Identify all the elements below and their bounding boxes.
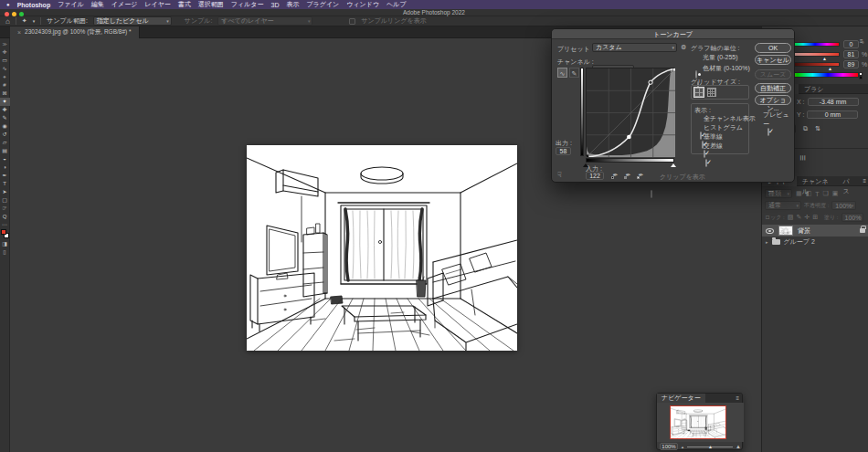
color-swatches[interactable] <box>0 229 10 240</box>
layer-lock-icon[interactable] <box>860 228 865 233</box>
white-point-eyedropper-icon[interactable]: ✒ <box>636 171 646 180</box>
menu-select[interactable]: 選択範囲 <box>198 0 224 9</box>
pen-tool[interactable]: ✒ <box>0 172 10 180</box>
object-selection-tool[interactable]: ⌖ <box>0 73 10 81</box>
screen-mode-icon[interactable]: ▯ <box>0 248 10 257</box>
eyedropper-tool[interactable]: ✦ <box>0 98 10 106</box>
menu-edit[interactable]: 編集 <box>91 0 104 9</box>
align-right-icon[interactable]: ☰ <box>799 155 806 161</box>
document-image[interactable] <box>247 145 517 351</box>
show-baseline-label[interactable]: 基準線 <box>704 132 723 142</box>
navigator-tab[interactable]: ナビゲーター <box>657 394 705 403</box>
frame-tool[interactable]: ⊠ <box>0 89 10 98</box>
curve-grid[interactable] <box>586 68 674 156</box>
layers-panel-menu-icon[interactable]: ≡ <box>860 176 868 185</box>
curve-pencil-tool-icon[interactable]: ✎ <box>569 68 579 78</box>
preview-label[interactable]: プレビュー <box>763 110 794 129</box>
auto-button[interactable]: 自動補正 <box>755 83 791 93</box>
gradient-tool[interactable]: ▤ <box>0 147 10 155</box>
options-button[interactable]: オプション... <box>755 95 791 105</box>
history-brush-tool[interactable]: ↺ <box>0 131 10 139</box>
layer-thumbnail[interactable] <box>778 226 793 236</box>
clone-stamp-tool[interactable]: ◉ <box>0 122 10 131</box>
layer-name[interactable]: 背景 <box>798 226 810 236</box>
navigator-zoom-thumb[interactable]: ▲ <box>708 444 713 449</box>
menu-image[interactable]: イメージ <box>111 0 138 9</box>
menu-3d[interactable]: 3D <box>271 2 280 8</box>
tab-brushes[interactable]: ブラシ <box>799 84 830 94</box>
preview-checkbox[interactable] <box>767 128 769 136</box>
pigment-radio-label[interactable]: 色材量 (0-100%) <box>703 64 750 73</box>
light-radio-label[interactable]: 光量 (0-255) <box>703 53 738 62</box>
edit-toolbar-icon[interactable]: ⋯ <box>0 221 10 229</box>
document-tab[interactable]: × 23024309.jpg @ 100% (背景, RGB/8#) * <box>10 26 140 38</box>
tool-preset-caret-icon[interactable]: ▾ <box>33 18 36 24</box>
curve-point-tool-icon[interactable]: ∿ <box>557 68 567 78</box>
saturation-value-field[interactable]: 81 <box>843 50 859 58</box>
navigator-zoom-field[interactable]: 100% <box>660 443 678 450</box>
brightness-slider-handle[interactable]: ▲ <box>828 66 832 71</box>
preset-options-gear-icon[interactable]: ⚙ <box>681 44 686 51</box>
show-all-channels-checkbox[interactable] <box>700 131 702 140</box>
gray-point-eyedropper-icon[interactable]: ✒ <box>623 171 633 180</box>
home-icon[interactable]: ⌂ <box>5 17 10 26</box>
grid-fine-icon[interactable] <box>707 88 716 97</box>
constrain-link-icon[interactable]: ⧉ <box>803 125 808 132</box>
show-intersection-checkbox[interactable] <box>705 159 707 167</box>
show-baseline-checkbox[interactable] <box>704 150 705 158</box>
menu-file[interactable]: ファイル <box>58 0 84 9</box>
cancel-button[interactable]: キャンセル <box>755 55 791 65</box>
y-field[interactable]: 0 mm <box>807 110 858 119</box>
tab-paths[interactable]: パス <box>837 176 860 186</box>
sample-size-dropdown[interactable]: 指定したピクセル <box>93 16 172 26</box>
menu-layer[interactable]: レイヤー <box>144 0 171 9</box>
ok-button[interactable]: OK <box>755 43 791 53</box>
path-selection-tool[interactable]: ➤ <box>0 188 10 196</box>
lasso-tool[interactable]: ∿ <box>0 65 10 73</box>
navigator-zoom-slider[interactable]: ▲ <box>687 447 733 447</box>
preset-dropdown[interactable]: カスタム <box>592 43 677 52</box>
swap-dimensions-icon[interactable]: ⇅ <box>815 125 820 132</box>
navigator-view-box[interactable] <box>670 405 726 439</box>
brightness-value-field[interactable]: 89 <box>843 60 859 68</box>
menu-photoshop[interactable]: Photoshop <box>17 2 51 8</box>
group-disclosure-icon[interactable]: ▸ <box>766 239 768 245</box>
foreground-color-swatch[interactable] <box>1 229 6 235</box>
tab-close-icon[interactable]: × <box>17 29 21 36</box>
black-point-eyedropper-icon[interactable]: ✒ <box>610 171 620 180</box>
ramp-black-swatch[interactable] <box>859 76 863 79</box>
layer-row-group[interactable]: ▸ グループ 2 <box>762 237 868 247</box>
shape-tool[interactable]: ▢ <box>0 196 10 205</box>
navigator-menu-icon[interactable]: ≡ <box>733 395 742 401</box>
show-intersection-label[interactable]: 交差線 <box>704 142 723 151</box>
menu-plugins[interactable]: プラグイン <box>306 0 339 9</box>
apple-menu[interactable]: ● <box>6 2 10 7</box>
hand-tool[interactable]: ☞ <box>0 205 10 213</box>
menu-filter[interactable]: フィルター <box>231 0 264 9</box>
grid-quarter-icon[interactable] <box>694 88 704 97</box>
tab-channels[interactable]: チャンネル <box>797 176 838 186</box>
menu-window[interactable]: ウィンドウ <box>346 0 379 9</box>
menu-type[interactable]: 書式 <box>178 0 191 9</box>
show-all-channels-label[interactable]: 全チャンネル表示 <box>704 114 756 123</box>
toolbar-collapse-icon[interactable]: ≫ <box>0 40 10 48</box>
targeted-adjustment-icon[interactable]: ☟ <box>557 171 562 179</box>
input-value-field[interactable]: 122 <box>586 172 604 180</box>
saturation-slider-handle[interactable]: ▲ <box>822 56 827 61</box>
brush-tool[interactable]: ✎ <box>0 114 10 122</box>
quick-mask-icon[interactable]: ◨ <box>0 240 10 248</box>
move-tool[interactable]: ✛ <box>0 48 10 57</box>
show-histogram-label[interactable]: ヒストグラム <box>704 123 743 132</box>
dialog-title[interactable]: トーンカーブ <box>552 29 794 39</box>
crop-tool[interactable]: # <box>0 81 10 89</box>
hue-value-field[interactable]: 0 <box>843 40 859 48</box>
zoom-in-icon[interactable]: ▲ <box>736 444 741 449</box>
blur-tool[interactable]: ◒ <box>0 155 10 163</box>
dodge-tool[interactable]: ◑ <box>0 163 10 172</box>
eraser-tool[interactable]: ▱ <box>0 139 10 147</box>
marquee-tool[interactable]: ▭ <box>0 57 10 65</box>
output-value-field[interactable]: 58 <box>556 147 571 155</box>
menu-help[interactable]: ヘルプ <box>386 0 407 9</box>
zoom-tool[interactable]: Q <box>0 213 10 221</box>
navigator-preview[interactable] <box>657 403 744 442</box>
